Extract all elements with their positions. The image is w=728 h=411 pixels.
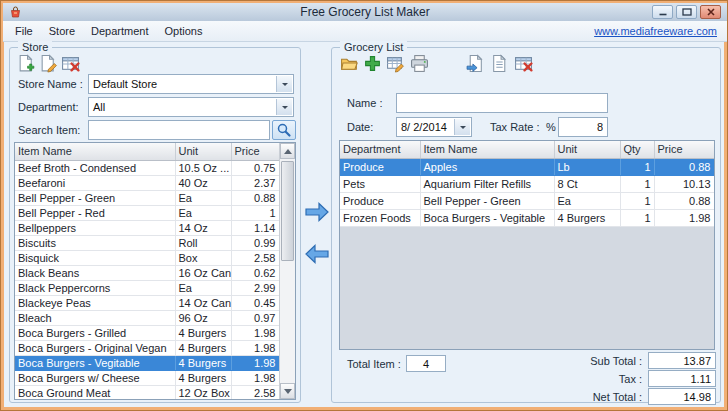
move-right-button[interactable] [302,199,332,225]
clear-list-button[interactable] [512,52,534,74]
list-name-input[interactable] [396,93,608,113]
store-items-table[interactable]: Item NameUnitPriceBeef Broth - Condensed… [15,143,280,400]
menu-department[interactable]: Department [83,23,156,39]
table-cell[interactable]: 1 [231,205,279,220]
table-row[interactable]: Bellpeppers14 Oz1.14 [15,220,279,235]
open-list-button[interactable] [338,52,360,74]
minimize-button[interactable] [652,5,673,19]
title-bar[interactable]: Free Grocery List Maker [3,3,727,21]
table-cell[interactable]: 1.98 [231,325,279,340]
table-cell[interactable]: Boca Burgers - Grilled [15,325,175,340]
table-cell[interactable]: 0.88 [654,192,714,209]
table-cell[interactable]: Box [175,250,231,265]
table-cell[interactable]: 1.98 [231,355,279,370]
table-cell[interactable]: Bell Pepper - Red [15,205,175,220]
export-list-button[interactable] [464,52,486,74]
table-cell[interactable]: Boca Burgers - Vegitable [15,355,175,370]
table-cell[interactable]: 40 Oz [175,175,231,190]
column-header[interactable]: Unit [175,143,231,160]
table-cell[interactable]: 10.13 [654,175,714,192]
table-cell[interactable]: Frozen Foods [340,209,420,226]
table-cell[interactable]: 0.75 [231,160,279,175]
table-row[interactable]: Boca Burgers - Original Vegan4 Burgers1.… [15,340,279,355]
table-row[interactable]: Boca Burgers - Vegitable4 Burgers1.98 [15,355,279,370]
view-report-button[interactable] [488,52,510,74]
table-cell[interactable]: Bleach [15,310,175,325]
department-combobox[interactable]: All [88,97,294,117]
table-row[interactable]: Boca Burgers - Grilled4 Burgers1.98 [15,325,279,340]
table-cell[interactable]: Produce [340,192,420,209]
table-cell[interactable]: 96 Oz [175,310,231,325]
tax-rate-input[interactable] [558,117,608,137]
column-header[interactable]: Price [231,143,279,160]
table-cell[interactable]: Ea [554,192,620,209]
table-cell[interactable]: Ea [175,280,231,295]
column-header[interactable]: Price [654,141,714,158]
column-header[interactable]: Item Name [420,141,554,158]
table-cell[interactable]: Boca Burgers - Original Vegan [15,340,175,355]
table-cell[interactable]: 0.88 [654,158,714,175]
scroll-down-button[interactable] [280,383,295,399]
column-header[interactable]: Item Name [15,143,175,160]
table-cell[interactable]: Roll [175,235,231,250]
store-name-dropdown-button[interactable] [276,76,292,92]
total-item-value[interactable] [406,355,446,372]
scrollbar-thumb[interactable] [281,161,294,261]
delete-store-button[interactable] [59,52,81,74]
table-row[interactable]: Beefaroni40 Oz2.37 [15,175,279,190]
date-picker[interactable]: 8/ 2/2014 [396,117,472,137]
store-table-scrollbar[interactable] [279,143,295,399]
table-cell[interactable]: 4 Burgers [175,370,231,385]
table-cell[interactable]: Boca Burgers - Vegitable [420,209,554,226]
column-header[interactable]: Unit [554,141,620,158]
maximize-button[interactable] [676,5,697,19]
table-cell[interactable]: 4 Burgers [554,209,620,226]
table-cell[interactable]: 2.58 [231,385,279,400]
search-item-input[interactable] [88,120,270,140]
scroll-up-button[interactable] [280,143,295,159]
table-row[interactable]: Black Beans16 Oz Can0.62 [15,265,279,280]
table-cell[interactable]: 0.97 [231,310,279,325]
table-cell[interactable]: Ea [175,190,231,205]
website-link[interactable]: www.mediafreeware.com [594,25,717,37]
table-cell[interactable]: Lb [554,158,620,175]
table-row[interactable]: Blackeye Peas14 Oz Can0.45 [15,295,279,310]
table-cell[interactable]: 2.37 [231,175,279,190]
table-cell[interactable]: 0.62 [231,265,279,280]
store-name-combobox[interactable]: Default Store [88,74,294,94]
table-cell[interactable]: Black Beans [15,265,175,280]
menu-store[interactable]: Store [41,23,83,39]
table-row[interactable]: PetsAquarium Filter Refills8 Ct110.13 [340,175,714,192]
table-cell[interactable]: 0.45 [231,295,279,310]
table-row[interactable]: BisquickBox2.58 [15,250,279,265]
sub-total-value[interactable] [648,352,716,369]
column-header[interactable]: Qty [620,141,654,158]
tax-value[interactable] [648,370,716,387]
table-row[interactable]: Black PeppercornsEa2.99 [15,280,279,295]
table-cell[interactable]: 8 Ct [554,175,620,192]
table-cell[interactable]: 0.99 [231,235,279,250]
table-cell[interactable]: 2.58 [231,250,279,265]
table-row[interactable]: Bell Pepper - RedEa1 [15,205,279,220]
table-row[interactable]: ProduceBell Pepper - GreenEa10.88 [340,192,714,209]
close-button[interactable] [700,5,721,19]
move-left-button[interactable] [302,241,332,267]
department-dropdown-button[interactable] [276,99,292,115]
table-cell[interactable]: 1.98 [654,209,714,226]
table-cell[interactable]: Blackeye Peas [15,295,175,310]
table-cell[interactable]: Aquarium Filter Refills [420,175,554,192]
table-cell[interactable]: Black Peppercorns [15,280,175,295]
menu-options[interactable]: Options [157,23,211,39]
table-cell[interactable]: 4 Burgers [175,325,231,340]
table-cell[interactable]: Beefaroni [15,175,175,190]
table-row[interactable]: Boca Ground Meat12 Oz Box2.58 [15,385,279,400]
table-cell[interactable]: Apples [420,158,554,175]
date-dropdown-button[interactable] [454,119,470,135]
table-row[interactable]: Boca Burgers w/ Cheese4 Burgers1.98 [15,370,279,385]
table-cell[interactable]: 4 Burgers [175,355,231,370]
table-cell[interactable]: 1.98 [231,340,279,355]
table-cell[interactable]: 0.88 [231,190,279,205]
print-list-button[interactable] [408,52,430,74]
table-cell[interactable]: 16 Oz Can [175,265,231,280]
new-store-button[interactable] [15,52,37,74]
